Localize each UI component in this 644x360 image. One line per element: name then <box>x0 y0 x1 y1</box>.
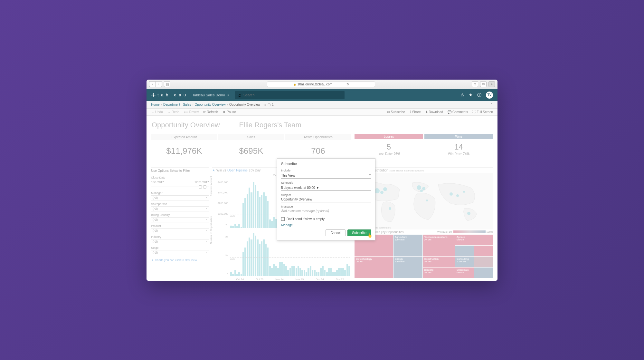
search-bar[interactable]: ⌕ <box>235 91 345 99</box>
subscribe-button[interactable]: ✉Subscribe <box>387 110 405 114</box>
empty-view-checkbox[interactable]: Don't send if view is empty <box>281 217 371 221</box>
nav-buttons: ‹ › <box>149 81 162 87</box>
browser-chrome: ‹ › ▤ 🔒 10az.online.tableau.com ↻ ⇪ ⧉ + <box>147 80 497 89</box>
share-button-tb[interactable]: ⤴Share <box>410 110 421 114</box>
chevron-down-icon: ⊕ <box>226 93 229 97</box>
project-selector[interactable]: Tableau Sales Demo ⊕ <box>192 93 229 97</box>
share-icon: ⤴ <box>410 110 411 114</box>
views-count: 1 <box>272 103 274 106</box>
help-icon[interactable]: ⓘ <box>477 92 481 98</box>
subscribe-modal: Subscribe Include This View▼ Schedule 5 … <box>277 158 375 240</box>
star-outline-icon[interactable]: ☆ <box>263 103 266 106</box>
breadcrumb-home[interactable]: Home <box>151 103 160 106</box>
cancel-button[interactable]: Cancel <box>326 229 345 236</box>
dashboard-content: Opportunity Overview Ellie Rogers's Team… <box>147 116 497 281</box>
collapse-icon[interactable]: ⌃ <box>490 102 493 107</box>
tabs-button[interactable]: ⧉ <box>480 81 487 87</box>
redo-button[interactable]: →Redo <box>167 110 179 114</box>
download-icon: ⬇ <box>425 110 428 114</box>
undo-icon: ← <box>151 110 154 114</box>
checkbox-icon <box>281 217 285 221</box>
breadcrumb: Home› Department - Sales› Opportunity Ov… <box>147 101 497 109</box>
manage-link[interactable]: Manage <box>281 223 293 227</box>
message-input[interactable] <box>281 208 371 214</box>
undo-button[interactable]: ←Undo <box>151 110 163 114</box>
subject-input[interactable] <box>281 197 371 202</box>
reload-icon[interactable]: ↻ <box>346 83 349 86</box>
revert-icon: ⟸ <box>184 110 188 114</box>
user-avatar[interactable]: TV <box>486 92 493 99</box>
svg-rect-4 <box>153 94 154 96</box>
comment-icon: 💬 <box>448 110 451 114</box>
breadcrumb-current: Opportunity Overview <box>229 103 260 106</box>
schedule-select[interactable]: 5 days a week, at 00:00 ▼ <box>281 185 371 191</box>
breadcrumb-project[interactable]: Opportunity Overview <box>195 103 226 106</box>
logo-text: t a b l e a u <box>157 92 186 97</box>
address-bar[interactable]: 🔒 10az.online.tableau.com ↻ <box>267 82 375 87</box>
search-input[interactable] <box>243 93 341 97</box>
favorites-icon[interactable]: ★ <box>469 92 473 97</box>
subscribe-submit-button[interactable]: Subscribe 👆 <box>347 229 371 236</box>
browser-window: ‹ › ▤ 🔒 10az.online.tableau.com ↻ ⇪ ⧉ + … <box>147 80 497 281</box>
app-header: t a b l e a u Tableau Sales Demo ⊕ ⌕ ⚠ ★… <box>147 89 497 101</box>
refresh-icon: ⟳ <box>203 110 206 114</box>
new-tab-button[interactable]: + <box>488 81 495 87</box>
redo-icon: → <box>167 110 171 114</box>
svg-rect-0 <box>153 93 154 94</box>
pause-button[interactable]: ⏸Pause <box>223 110 236 114</box>
lock-icon: 🔒 <box>293 83 296 86</box>
views-icon[interactable]: ▢ <box>268 103 270 106</box>
forward-button[interactable]: › <box>156 81 162 87</box>
svg-rect-2 <box>151 95 152 95</box>
svg-rect-3 <box>154 95 156 95</box>
comments-button[interactable]: 💬Comments <box>448 110 468 114</box>
alerts-icon[interactable]: ⚠ <box>460 92 464 97</box>
include-select[interactable]: This View▼ <box>281 173 371 179</box>
cursor-icon: 👆 <box>367 233 372 238</box>
fullscreen-icon: ⛶ <box>472 110 476 114</box>
header-icons: ⚠ ★ ⓘ TV <box>460 92 493 99</box>
view-toolbar: ←Undo →Redo ⟸Revert ⟳Refresh ⏸Pause ✉Sub… <box>147 109 497 116</box>
tableau-logo[interactable]: t a b l e a u <box>151 92 186 97</box>
mail-icon: ✉ <box>387 110 390 114</box>
search-icon: ⌕ <box>238 92 242 98</box>
download-button[interactable]: ⬇Download <box>425 110 443 114</box>
refresh-button[interactable]: ⟳Refresh <box>203 110 218 114</box>
address-bar-wrap: 🔒 10az.online.tableau.com ↻ <box>172 82 470 87</box>
fullscreen-button[interactable]: ⛶Full Screen <box>472 110 493 114</box>
breadcrumb-dept[interactable]: Department - Sales <box>163 103 191 106</box>
revert-button[interactable]: ⟸Revert <box>184 110 199 114</box>
pause-icon: ⏸ <box>223 110 226 114</box>
sidebar-toggle-button[interactable]: ▤ <box>164 81 170 87</box>
logo-icon <box>151 93 156 97</box>
svg-rect-1 <box>153 96 154 97</box>
share-button[interactable]: ⇪ <box>472 81 478 87</box>
url-text: 10az.online.tableau.com <box>298 83 332 86</box>
back-button[interactable]: ‹ <box>149 81 156 87</box>
